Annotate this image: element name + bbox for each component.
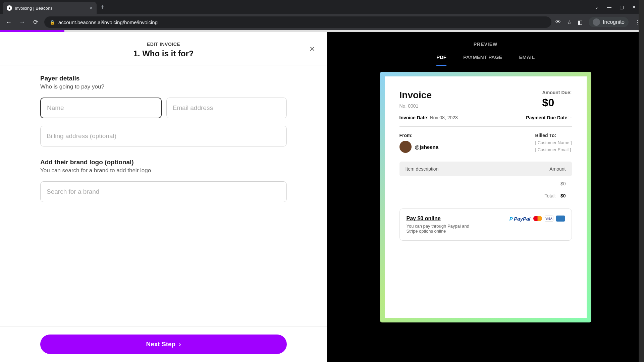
- from-handle: @jsheena: [415, 144, 439, 150]
- pay-online-subtitle: You can pay through Paypal and Stripe op…: [407, 224, 477, 234]
- customer-email-placeholder: [ Customer Email ]: [535, 147, 572, 152]
- preview-tabs: PDF PAYMENT PAGE EMAIL: [436, 54, 535, 66]
- chevron-right-icon: ›: [179, 341, 181, 348]
- payment-due-label: Payment Due Date:: [526, 115, 569, 120]
- pdf-preview-frame: Invoice No. 0001 Amount Due: $0 Invoice …: [380, 72, 591, 322]
- chevron-down-icon[interactable]: ⌄: [595, 4, 599, 10]
- billing-address-input[interactable]: [40, 126, 287, 146]
- from-label: From:: [399, 133, 439, 138]
- item-row: - $0: [399, 176, 572, 191]
- eye-off-icon[interactable]: 👁: [555, 19, 561, 25]
- star-icon[interactable]: ☆: [567, 19, 572, 25]
- close-panel-icon[interactable]: ×: [310, 44, 315, 54]
- window-controls: ⌄ — ▢ ✕: [595, 4, 641, 10]
- pay-online-title: Pay $0 online: [407, 216, 477, 222]
- name-input[interactable]: [40, 98, 162, 118]
- amex-icon: [556, 216, 565, 222]
- next-step-label: Next Step: [146, 341, 176, 348]
- maximize-icon[interactable]: ▢: [620, 4, 624, 10]
- amount-due-label: Amount Due:: [542, 90, 572, 95]
- col-amount: Amount: [549, 166, 566, 172]
- incognito-badge[interactable]: Incognito: [589, 17, 629, 27]
- header-title: 1. Who is it for?: [0, 49, 327, 58]
- avatar: [399, 141, 412, 153]
- tab-email[interactable]: EMAIL: [519, 54, 535, 66]
- total-value: $0: [560, 193, 566, 198]
- invoice-date-value: Nov 08, 2023: [430, 115, 458, 120]
- brand-logo-title: Add their brand logo (optional): [40, 159, 287, 166]
- item-amount: $0: [560, 181, 566, 186]
- pdf-document: Invoice No. 0001 Amount Due: $0 Invoice …: [385, 76, 587, 318]
- address-bar: ← → ⟳ 🔒 account.beacons.ai/invoicing/hom…: [0, 14, 644, 30]
- browser-chrome: ✦ Invoicing | Beacons × + ⌄ — ▢ ✕ ← → ⟳ …: [0, 0, 644, 30]
- forward-icon[interactable]: →: [17, 19, 27, 26]
- visa-icon: VISA: [545, 216, 553, 222]
- extensions-icon[interactable]: ◧: [578, 19, 583, 25]
- pay-online-box: Pay $0 online You can pay through Paypal…: [399, 208, 572, 241]
- panel-header: EDIT INVOICE 1. Who is it for? ×: [0, 32, 327, 65]
- browser-tab[interactable]: ✦ Invoicing | Beacons ×: [3, 2, 97, 14]
- billed-to-label: Billed To:: [535, 133, 572, 138]
- new-tab-button[interactable]: +: [101, 3, 105, 11]
- invoice-number: No. 0001: [399, 103, 432, 109]
- tab-payment-page[interactable]: PAYMENT PAGE: [463, 54, 502, 66]
- preview-label: PREVIEW: [474, 42, 498, 47]
- brand-search-input[interactable]: [40, 181, 287, 202]
- total-label: Total:: [544, 193, 555, 198]
- col-description: Item description: [406, 166, 439, 172]
- customer-name-placeholder: [ Customer Name ]: [535, 140, 572, 145]
- back-icon[interactable]: ←: [4, 19, 13, 26]
- url-text: account.beacons.ai/invoicing/home/invoic…: [58, 19, 158, 25]
- tab-bar: ✦ Invoicing | Beacons × + ⌄ — ▢ ✕: [0, 0, 644, 14]
- reload-icon[interactable]: ⟳: [31, 18, 40, 26]
- paypal-icon: P PayPal: [509, 216, 531, 222]
- invoice-date-label: Invoice Date:: [399, 115, 429, 120]
- minimize-icon[interactable]: —: [607, 4, 611, 10]
- incognito-label: Incognito: [603, 19, 625, 25]
- favicon-icon: ✦: [7, 5, 12, 11]
- payment-due-value: -: [570, 115, 572, 120]
- close-tab-icon[interactable]: ×: [90, 5, 93, 11]
- url-input[interactable]: 🔒 account.beacons.ai/invoicing/home/invo…: [44, 16, 551, 28]
- invoice-title: Invoice: [399, 90, 432, 101]
- form-area: Payer details Who is going to pay you? A…: [0, 65, 327, 326]
- preview-panel: PREVIEW PDF PAYMENT PAGE EMAIL Invoice N…: [327, 32, 644, 362]
- edit-panel: EDIT INVOICE 1. Who is it for? × Payer d…: [0, 32, 327, 362]
- header-eyebrow: EDIT INVOICE: [0, 42, 327, 47]
- email-input[interactable]: [166, 98, 287, 118]
- panel-footer: Next Step ›: [0, 326, 327, 362]
- items-header: Item description Amount: [399, 162, 572, 176]
- mastercard-icon: [533, 216, 542, 221]
- payer-details-subtitle: Who is going to pay you?: [40, 83, 287, 90]
- total-row: Total: $0: [399, 191, 572, 200]
- scrollbar[interactable]: [639, 0, 644, 362]
- item-description: -: [406, 181, 407, 186]
- amount-due-value: $0: [542, 97, 572, 109]
- tab-title: Invoicing | Beacons: [15, 6, 87, 11]
- close-window-icon[interactable]: ✕: [632, 4, 636, 10]
- lock-icon: 🔒: [50, 20, 55, 25]
- next-step-button[interactable]: Next Step ›: [40, 335, 287, 354]
- brand-logo-subtitle: You can search for a brand to add their …: [40, 167, 287, 174]
- payment-method-icons: P PayPal VISA: [509, 216, 565, 222]
- incognito-icon: [593, 18, 600, 26]
- payer-details-title: Payer details: [40, 75, 287, 82]
- tab-pdf[interactable]: PDF: [436, 54, 446, 66]
